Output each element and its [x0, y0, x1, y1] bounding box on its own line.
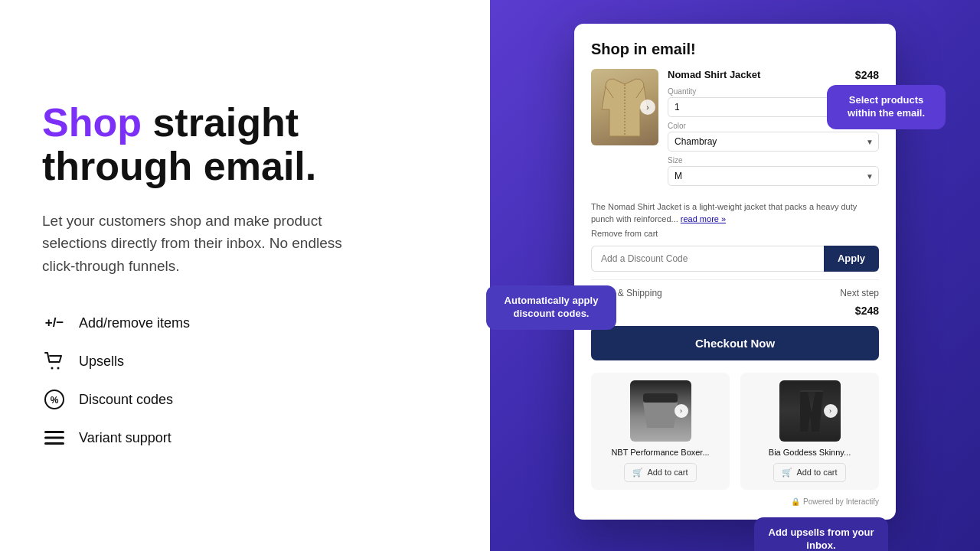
percent-icon: %: [42, 387, 67, 412]
upsell-boxer-nav-icon[interactable]: ›: [675, 404, 688, 418]
feature-discount: % Discount codes: [42, 387, 448, 412]
upsell-skinny-add-button[interactable]: 🛒 Add to cart: [773, 463, 845, 482]
checkout-button[interactable]: Checkout Now: [591, 326, 879, 360]
cart-small-icon: 🛒: [632, 468, 643, 478]
taxes-row: Taxes & Shipping Next step: [591, 279, 879, 302]
tooltip-discount: Automatically apply discount codes.: [486, 285, 616, 330]
feature-upsells: Upsells: [42, 349, 448, 373]
product-image: ›: [591, 69, 658, 145]
card-title: Shop in email!: [591, 41, 879, 58]
tooltip-select-products: Select products within the email.: [827, 85, 946, 129]
feature-discount-label: Discount codes: [79, 392, 173, 408]
product-name: Nomad Shirt Jacket: [668, 69, 760, 80]
total-row: Total $248: [591, 302, 879, 326]
cart-icon: [42, 349, 67, 373]
features-list: +/− Add/remove items Upsells % Discount …: [42, 311, 448, 450]
svg-rect-8: [643, 393, 678, 403]
email-card: Shop in email! › Nomad Shirt Jacket: [574, 24, 896, 520]
svg-point-1: [57, 367, 60, 370]
svg-rect-6: [44, 442, 64, 445]
size-label: Size: [668, 156, 879, 165]
feature-add-remove-label: Add/remove items: [79, 315, 190, 331]
read-more-link[interactable]: read more »: [681, 214, 726, 223]
remove-from-cart-link[interactable]: Remove from cart: [591, 229, 879, 238]
upsell-boxer-image: ›: [630, 380, 691, 442]
upsell-boxer-add-button[interactable]: 🛒 Add to cart: [624, 463, 696, 482]
discount-input[interactable]: [591, 246, 824, 272]
size-wrap: Size MSLXL ▼: [668, 156, 879, 186]
discount-row: Apply: [591, 246, 879, 272]
headline-purple: Shop: [42, 100, 142, 145]
product-nav-arrow[interactable]: ›: [640, 99, 655, 115]
lock-icon: 🔒: [791, 497, 800, 506]
feature-variant: Variant support: [42, 425, 448, 450]
taxes-value: Next step: [840, 288, 879, 298]
upsells-row: › NBT Performance Boxer... 🛒 Add to cart: [591, 373, 879, 490]
product-price: $248: [855, 69, 879, 81]
apply-button[interactable]: Apply: [824, 246, 879, 272]
cart-small-icon-2: 🛒: [782, 468, 792, 478]
add-remove-icon: +/−: [42, 311, 67, 335]
upsell-boxer: › NBT Performance Boxer... 🛒 Add to cart: [591, 373, 730, 490]
total-value: $248: [855, 305, 879, 317]
color-select[interactable]: ChambrayNavy: [668, 132, 879, 152]
subtitle: Let your customers shop and make product…: [42, 210, 371, 277]
list-icon: [42, 425, 67, 450]
right-panel: Shop in email! › Nomad Shirt Jacket: [490, 0, 980, 551]
svg-rect-4: [44, 431, 64, 433]
product-description: The Nomad Shirt Jacket is a light-weight…: [591, 201, 879, 226]
upsell-skinny-image: ›: [779, 380, 841, 442]
headline: Shop straightthrough email.: [42, 101, 448, 188]
svg-point-0: [51, 367, 54, 370]
left-panel: Shop straightthrough email. Let your cus…: [0, 0, 490, 551]
feature-variant-label: Variant support: [79, 430, 172, 446]
svg-text:%: %: [51, 395, 59, 406]
upsell-skinny: › Bia Goddess Skinny... 🛒 Add to cart: [740, 373, 879, 490]
upsell-skinny-name: Bia Goddess Skinny...: [769, 448, 851, 457]
tooltip-upsells: Add upsells from your inbox.: [754, 517, 888, 551]
powered-by: 🔒 Powered by Interactify: [591, 497, 879, 506]
feature-add-remove: +/− Add/remove items: [42, 311, 448, 335]
feature-upsells-label: Upsells: [79, 354, 124, 370]
powered-by-text: Powered by Interactify: [803, 497, 879, 506]
upsell-boxer-name: NBT Performance Boxer...: [611, 448, 709, 457]
size-select[interactable]: MSLXL: [668, 166, 879, 186]
svg-rect-5: [44, 437, 64, 439]
upsell-skinny-nav-icon[interactable]: ›: [824, 404, 838, 418]
